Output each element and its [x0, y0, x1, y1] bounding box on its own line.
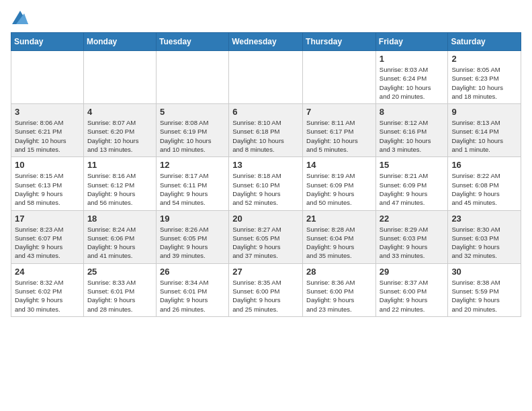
calendar-week-row: 24Sunrise: 8:32 AMSunset: 6:02 PMDayligh…: [11, 263, 521, 316]
column-header-friday: Friday: [375, 33, 448, 51]
calendar-cell: 20Sunrise: 8:27 AMSunset: 6:05 PMDayligh…: [229, 210, 303, 263]
calendar-cell: 8Sunrise: 8:12 AMSunset: 6:16 PMDaylight…: [375, 104, 448, 157]
day-info: Sunrise: 8:18 AMSunset: 6:10 PMDaylight:…: [232, 171, 299, 207]
day-number: 27: [232, 267, 299, 277]
calendar-week-row: 1Sunrise: 8:03 AMSunset: 6:24 PMDaylight…: [11, 51, 521, 104]
calendar-cell: 15Sunrise: 8:21 AMSunset: 6:09 PMDayligh…: [375, 157, 448, 210]
day-info: Sunrise: 8:29 AMSunset: 6:03 PMDaylight:…: [380, 225, 445, 261]
day-info: Sunrise: 8:26 AMSunset: 6:05 PMDaylight:…: [160, 225, 225, 261]
calendar-cell: 19Sunrise: 8:26 AMSunset: 6:05 PMDayligh…: [156, 210, 228, 263]
day-info: Sunrise: 8:34 AMSunset: 6:01 PMDaylight:…: [160, 278, 225, 314]
calendar-week-row: 17Sunrise: 8:23 AMSunset: 6:07 PMDayligh…: [11, 210, 521, 263]
calendar-cell: 13Sunrise: 8:18 AMSunset: 6:10 PMDayligh…: [229, 157, 303, 210]
day-info: Sunrise: 8:07 AMSunset: 6:20 PMDaylight:…: [87, 118, 152, 154]
calendar-cell: 10Sunrise: 8:15 AMSunset: 6:13 PMDayligh…: [11, 157, 84, 210]
day-number: 22: [380, 214, 445, 224]
day-info: Sunrise: 8:32 AMSunset: 6:02 PMDaylight:…: [15, 278, 80, 314]
day-info: Sunrise: 8:36 AMSunset: 6:00 PMDaylight:…: [306, 278, 372, 314]
day-number: 18: [87, 214, 152, 224]
calendar-cell: 6Sunrise: 8:10 AMSunset: 6:18 PMDaylight…: [229, 104, 303, 157]
column-header-monday: Monday: [83, 33, 156, 51]
calendar-cell: 14Sunrise: 8:19 AMSunset: 6:09 PMDayligh…: [303, 157, 376, 210]
day-number: 5: [160, 107, 225, 117]
calendar-week-row: 3Sunrise: 8:06 AMSunset: 6:21 PMDaylight…: [11, 104, 521, 157]
day-number: 28: [306, 267, 372, 277]
day-info: Sunrise: 8:30 AMSunset: 6:03 PMDaylight:…: [451, 225, 517, 261]
day-info: Sunrise: 8:24 AMSunset: 6:06 PMDaylight:…: [87, 225, 152, 261]
day-number: 29: [380, 267, 445, 277]
day-info: Sunrise: 8:12 AMSunset: 6:16 PMDaylight:…: [380, 118, 445, 154]
day-number: 20: [232, 214, 299, 224]
day-number: 6: [232, 107, 299, 117]
day-number: 14: [306, 160, 372, 170]
logo: [11, 11, 28, 24]
day-info: Sunrise: 8:17 AMSunset: 6:11 PMDaylight:…: [160, 171, 225, 207]
day-number: 15: [380, 160, 445, 170]
calendar-cell: 2Sunrise: 8:05 AMSunset: 6:23 PMDaylight…: [448, 51, 521, 104]
calendar-cell: [11, 51, 84, 104]
header: [11, 11, 521, 24]
calendar-cell: 11Sunrise: 8:16 AMSunset: 6:12 PMDayligh…: [83, 157, 156, 210]
day-number: 30: [451, 267, 517, 277]
day-info: Sunrise: 8:15 AMSunset: 6:13 PMDaylight:…: [15, 171, 80, 207]
column-header-thursday: Thursday: [303, 33, 376, 51]
day-info: Sunrise: 8:33 AMSunset: 6:01 PMDaylight:…: [87, 278, 152, 314]
day-number: 16: [451, 160, 517, 170]
day-info: Sunrise: 8:38 AMSunset: 5:59 PMDaylight:…: [451, 278, 517, 314]
calendar-cell: 21Sunrise: 8:28 AMSunset: 6:04 PMDayligh…: [303, 210, 376, 263]
calendar-cell: [229, 51, 303, 104]
day-number: 25: [87, 267, 152, 277]
calendar-cell: 29Sunrise: 8:37 AMSunset: 6:00 PMDayligh…: [375, 263, 448, 316]
column-header-wednesday: Wednesday: [229, 33, 303, 51]
day-number: 8: [380, 107, 445, 117]
day-info: Sunrise: 8:03 AMSunset: 6:24 PMDaylight:…: [380, 65, 445, 101]
day-number: 24: [15, 267, 80, 277]
day-number: 9: [451, 107, 517, 117]
day-number: 10: [15, 160, 80, 170]
calendar-cell: 23Sunrise: 8:30 AMSunset: 6:03 PMDayligh…: [448, 210, 521, 263]
calendar: SundayMondayTuesdayWednesdayThursdayFrid…: [11, 32, 521, 317]
calendar-cell: 5Sunrise: 8:08 AMSunset: 6:19 PMDaylight…: [156, 104, 228, 157]
calendar-cell: 25Sunrise: 8:33 AMSunset: 6:01 PMDayligh…: [83, 263, 156, 316]
calendar-cell: 30Sunrise: 8:38 AMSunset: 5:59 PMDayligh…: [448, 263, 521, 316]
calendar-week-row: 10Sunrise: 8:15 AMSunset: 6:13 PMDayligh…: [11, 157, 521, 210]
day-number: 3: [15, 107, 80, 117]
calendar-cell: 24Sunrise: 8:32 AMSunset: 6:02 PMDayligh…: [11, 263, 84, 316]
day-info: Sunrise: 8:23 AMSunset: 6:07 PMDaylight:…: [15, 225, 80, 261]
calendar-header-row: SundayMondayTuesdayWednesdayThursdayFrid…: [11, 33, 521, 51]
day-info: Sunrise: 8:11 AMSunset: 6:17 PMDaylight:…: [306, 118, 372, 154]
day-info: Sunrise: 8:05 AMSunset: 6:23 PMDaylight:…: [451, 65, 517, 101]
calendar-cell: 17Sunrise: 8:23 AMSunset: 6:07 PMDayligh…: [11, 210, 84, 263]
day-info: Sunrise: 8:06 AMSunset: 6:21 PMDaylight:…: [15, 118, 80, 154]
day-info: Sunrise: 8:22 AMSunset: 6:08 PMDaylight:…: [451, 171, 517, 207]
day-info: Sunrise: 8:10 AMSunset: 6:18 PMDaylight:…: [232, 118, 299, 154]
calendar-cell: 12Sunrise: 8:17 AMSunset: 6:11 PMDayligh…: [156, 157, 228, 210]
calendar-cell: 16Sunrise: 8:22 AMSunset: 6:08 PMDayligh…: [448, 157, 521, 210]
calendar-cell: 7Sunrise: 8:11 AMSunset: 6:17 PMDaylight…: [303, 104, 376, 157]
day-number: 21: [306, 214, 372, 224]
calendar-cell: 4Sunrise: 8:07 AMSunset: 6:20 PMDaylight…: [83, 104, 156, 157]
calendar-cell: 18Sunrise: 8:24 AMSunset: 6:06 PMDayligh…: [83, 210, 156, 263]
logo-icon: [12, 11, 28, 24]
day-number: 12: [160, 160, 225, 170]
day-number: 1: [380, 54, 445, 64]
day-info: Sunrise: 8:19 AMSunset: 6:09 PMDaylight:…: [306, 171, 372, 207]
day-number: 19: [160, 214, 225, 224]
day-number: 11: [87, 160, 152, 170]
calendar-cell: 9Sunrise: 8:13 AMSunset: 6:14 PMDaylight…: [448, 104, 521, 157]
day-number: 4: [87, 107, 152, 117]
calendar-cell: 28Sunrise: 8:36 AMSunset: 6:00 PMDayligh…: [303, 263, 376, 316]
column-header-tuesday: Tuesday: [156, 33, 228, 51]
calendar-cell: 22Sunrise: 8:29 AMSunset: 6:03 PMDayligh…: [375, 210, 448, 263]
day-info: Sunrise: 8:21 AMSunset: 6:09 PMDaylight:…: [380, 171, 445, 207]
calendar-cell: 3Sunrise: 8:06 AMSunset: 6:21 PMDaylight…: [11, 104, 84, 157]
calendar-cell: 26Sunrise: 8:34 AMSunset: 6:01 PMDayligh…: [156, 263, 228, 316]
day-info: Sunrise: 8:35 AMSunset: 6:00 PMDaylight:…: [232, 278, 299, 314]
day-info: Sunrise: 8:28 AMSunset: 6:04 PMDaylight:…: [306, 225, 372, 261]
calendar-cell: [303, 51, 376, 104]
day-info: Sunrise: 8:08 AMSunset: 6:19 PMDaylight:…: [160, 118, 225, 154]
day-number: 17: [15, 214, 80, 224]
calendar-cell: [83, 51, 156, 104]
calendar-cell: 1Sunrise: 8:03 AMSunset: 6:24 PMDaylight…: [375, 51, 448, 104]
column-header-sunday: Sunday: [11, 33, 84, 51]
